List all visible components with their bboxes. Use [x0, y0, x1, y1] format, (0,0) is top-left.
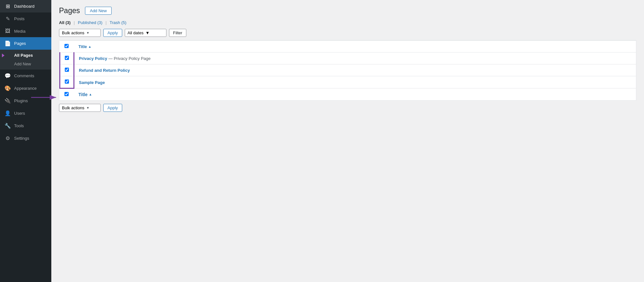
bottom-toolbar: Bulk actions ▼ Apply	[59, 104, 636, 112]
plugins-icon: 🔌	[4, 98, 11, 104]
dates-select[interactable]: All dates ▼	[125, 29, 166, 37]
page-title-link-sample[interactable]: Sample Page	[79, 80, 105, 85]
sort-icon-footer: ▲	[89, 93, 92, 96]
top-toolbar: Bulk actions ▼ Apply All dates ▼ Filter	[59, 29, 636, 37]
row-checkbox-refund[interactable]	[65, 68, 69, 72]
sidebar-item-add-new[interactable]: Add New	[0, 60, 51, 68]
row-checkbox-cell-sample[interactable]	[60, 76, 74, 88]
sidebar-item-dashboard[interactable]: ⊞ Dashboard	[0, 0, 51, 12]
bulk-actions-select-bottom[interactable]: Bulk actions ▼	[59, 104, 101, 112]
add-new-button[interactable]: Add New	[85, 7, 112, 15]
sidebar-item-users[interactable]: 👤 Users	[0, 107, 51, 120]
select-all-header[interactable]	[60, 41, 74, 53]
apply-button-top[interactable]: Apply	[103, 29, 122, 37]
row-title-cell-sample: Sample Page	[74, 76, 636, 88]
media-icon: 🖼	[4, 28, 11, 34]
filter-trash[interactable]: Trash (5)	[110, 20, 126, 25]
chevron-down-icon-bottom: ▼	[86, 106, 89, 110]
row-checkbox-sample[interactable]	[65, 79, 69, 84]
sidebar-item-all-pages[interactable]: All Pages	[0, 51, 51, 60]
page-title-link-privacy[interactable]: Privacy Policy	[79, 56, 107, 61]
settings-icon: ⚙	[4, 135, 11, 141]
select-all-checkbox[interactable]	[64, 44, 69, 48]
filter-published[interactable]: Published (3)	[78, 20, 103, 25]
bulk-actions-select[interactable]: Bulk actions ▼	[59, 29, 101, 37]
select-all-footer[interactable]	[60, 88, 74, 101]
sort-icon: ▲	[88, 45, 91, 48]
filter-all[interactable]: All (3)	[59, 20, 71, 25]
pages-table-wrapper: Title ▲ Privacy Policy — Privacy Policy …	[59, 40, 636, 101]
table-footer-row: Title ▲	[60, 88, 636, 101]
table-row: Refund and Return Policy	[60, 64, 636, 76]
title-sort-footer[interactable]: Title ▲	[79, 92, 632, 97]
filter-links: All (3) | Published (3) | Trash (5)	[59, 20, 636, 25]
sidebar-item-comments[interactable]: 💬 Comments	[0, 70, 51, 82]
dashboard-icon: ⊞	[4, 3, 11, 9]
main-content: Pages Add New All (3) | Published (3) | …	[51, 0, 644, 282]
table-row: Privacy Policy — Privacy Policy Page	[60, 53, 636, 64]
tools-icon: 🔧	[4, 123, 11, 129]
pages-submenu: All Pages Add New	[0, 50, 51, 70]
sidebar: ⊞ Dashboard ✎ Posts 🖼 Media 📄 Pages All …	[0, 0, 51, 282]
page-subtitle-privacy: — Privacy Policy Page	[108, 56, 151, 61]
row-title-cell-refund: Refund and Return Policy	[74, 64, 636, 76]
row-checkbox-cell-refund[interactable]	[60, 64, 74, 76]
row-checkbox-cell-privacy[interactable]	[60, 53, 74, 64]
title-sort[interactable]: Title ▲	[79, 44, 632, 49]
sidebar-item-tools[interactable]: 🔧 Tools	[0, 120, 51, 132]
users-icon: 👤	[4, 110, 11, 116]
page-title: Pages	[59, 6, 80, 15]
table-header-row: Title ▲	[60, 41, 636, 53]
select-all-footer-checkbox[interactable]	[64, 92, 69, 96]
posts-icon: ✎	[4, 16, 11, 22]
sidebar-item-plugins[interactable]: 🔌 Plugins	[0, 95, 51, 107]
table-row: Sample Page	[60, 76, 636, 88]
row-checkbox-privacy[interactable]	[65, 56, 69, 60]
pages-icon: 📄	[4, 40, 11, 46]
row-title-cell-privacy: Privacy Policy — Privacy Policy Page	[74, 53, 636, 64]
comments-icon: 💬	[4, 73, 11, 79]
page-title-link-refund[interactable]: Refund and Return Policy	[79, 68, 130, 73]
title-column-footer[interactable]: Title ▲	[74, 88, 636, 101]
sidebar-item-settings[interactable]: ⚙ Settings	[0, 132, 51, 145]
sidebar-item-appearance[interactable]: 🎨 Appearance	[0, 82, 51, 95]
filter-button[interactable]: Filter	[169, 29, 187, 37]
sidebar-item-posts[interactable]: ✎ Posts	[0, 12, 51, 25]
title-column-header[interactable]: Title ▲	[74, 41, 636, 53]
apply-button-bottom[interactable]: Apply	[103, 104, 122, 112]
sidebar-item-media[interactable]: 🖼 Media	[0, 25, 51, 37]
chevron-down-icon-dates: ▼	[145, 30, 149, 35]
page-header: Pages Add New	[59, 6, 636, 15]
appearance-icon: 🎨	[4, 85, 11, 91]
pages-table: Title ▲ Privacy Policy — Privacy Policy …	[59, 40, 636, 100]
chevron-down-icon: ▼	[86, 31, 89, 35]
sidebar-item-pages[interactable]: 📄 Pages	[0, 37, 51, 50]
